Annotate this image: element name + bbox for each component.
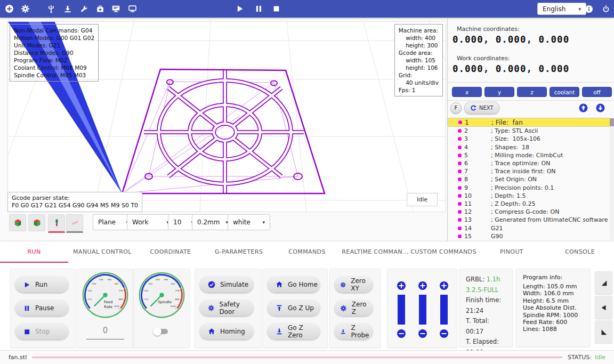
go-home-button[interactable]: Go Home xyxy=(268,277,320,293)
info-icon[interactable] xyxy=(584,4,594,14)
pause-icon[interactable] xyxy=(254,4,264,14)
line-bullet xyxy=(458,177,462,181)
scroll-down-button[interactable] xyxy=(596,103,605,112)
usb-connect-icon[interactable] xyxy=(46,4,56,14)
panel-collapse-button[interactable] xyxy=(595,320,612,343)
cube-icon xyxy=(13,219,22,228)
language-select[interactable]: English▾ xyxy=(537,3,586,15)
spindle-toggle[interactable] xyxy=(153,328,169,335)
loaded-file-name: fan.stl xyxy=(9,354,27,361)
progress-line xyxy=(32,357,562,358)
axis-x-button[interactable]: x xyxy=(452,87,482,97)
zero-z-button[interactable]: Zero Z xyxy=(335,300,373,316)
gcode-line[interactable]: 12; Compress G-code: ON xyxy=(448,208,614,216)
safety-door-button[interactable]: Safety Door xyxy=(200,300,253,316)
gcode-console-icon[interactable] xyxy=(111,4,121,14)
scrollbar-thumb[interactable] xyxy=(610,118,614,126)
minus-circle-icon[interactable] xyxy=(418,329,427,338)
coolant-button[interactable]: coolant xyxy=(550,87,579,97)
stop-icon[interactable] xyxy=(271,4,281,14)
simulate-button[interactable]: Simulate xyxy=(200,277,253,293)
tab-custom-commands[interactable]: CUSTOM COMMANDS xyxy=(409,241,478,263)
gcode-line[interactable]: 1; File: fan xyxy=(448,118,614,127)
machine-area-overlay: Machine area: width: 400 height: 300 Gco… xyxy=(394,24,443,96)
slider-bar[interactable] xyxy=(398,295,405,325)
plus-circle-icon[interactable] xyxy=(418,281,427,290)
gcode-line[interactable]: 3; Size: 105x-106 xyxy=(448,135,614,143)
tab-pinout[interactable]: PINOUT xyxy=(478,241,546,263)
gcode-3d-viewer[interactable]: Non-Modal Commands: G04 Motion Modes: G0… xyxy=(7,21,446,212)
off-button[interactable]: off xyxy=(582,87,612,97)
gcode-line[interactable]: 11; Z Depth: 0.25 xyxy=(448,200,614,208)
gcode-line[interactable]: 14G21 xyxy=(448,224,614,232)
tab-coordinate[interactable]: COORDINATE xyxy=(136,241,205,263)
display-icon[interactable] xyxy=(127,4,138,14)
settings-gear-icon[interactable] xyxy=(20,4,30,14)
gcode-line[interactable]: 4; Shapes: 18 xyxy=(448,143,614,151)
scroll-up-button[interactable] xyxy=(579,103,588,112)
slider-bar[interactable] xyxy=(440,295,448,325)
minus-circle-icon[interactable] xyxy=(397,329,406,338)
add-icon[interactable] xyxy=(4,4,14,14)
bg-color-select[interactable]: white▾ xyxy=(228,214,270,230)
gcode-line[interactable]: 5; Milling mode: ClimbCut xyxy=(448,151,614,159)
axis-z-button[interactable]: z xyxy=(517,87,547,97)
gcode-line[interactable]: 8; Set Origin: ON xyxy=(448,175,614,183)
gcode-line[interactable]: 15G90 xyxy=(448,232,614,240)
tab-manual-control[interactable]: MANUAL CONTROL xyxy=(68,241,136,263)
coords-select[interactable]: Work▾ xyxy=(127,214,174,230)
work-coords-value: 0.000, 0.000, 0.000 xyxy=(453,63,569,74)
axis-y-button[interactable]: y xyxy=(484,87,514,97)
tab-realtime-comman[interactable]: REALTIME COMMAN... xyxy=(341,241,409,263)
f-button[interactable]: F xyxy=(450,102,462,114)
svg-text:889: 889 xyxy=(175,298,180,301)
go-z-up-button[interactable]: Go Z Up xyxy=(268,300,320,316)
minus-circle-icon[interactable] xyxy=(439,329,449,338)
next-line-button[interactable]: NEXT xyxy=(464,102,499,114)
language-select-value: English xyxy=(543,5,565,13)
feed-override-value[interactable]: 0 xyxy=(78,326,133,335)
gcode-line[interactable]: 6; Trace optimize: ON xyxy=(448,159,614,167)
zero-xy-button[interactable]: Zero XY xyxy=(335,277,373,293)
tab-commands[interactable]: COMMANDS xyxy=(273,241,341,263)
plus-circle-icon[interactable] xyxy=(397,281,406,290)
grbl-build: 3.2.5-FULL xyxy=(466,285,506,296)
scrollbar-track[interactable] xyxy=(610,118,614,240)
gcode-line[interactable]: 2; Type: STL Ascii xyxy=(448,127,614,135)
line-bullet xyxy=(458,153,462,157)
panel-left-button[interactable] xyxy=(595,296,612,319)
slider-bar[interactable] xyxy=(419,295,426,325)
play-icon[interactable] xyxy=(235,4,245,14)
stop-button[interactable]: Stop xyxy=(15,323,68,339)
pause-button[interactable]: Pause xyxy=(15,300,68,316)
power-icon[interactable] xyxy=(601,4,611,14)
load-file-icon[interactable] xyxy=(62,4,72,14)
arrow-up-bar-icon xyxy=(276,304,283,312)
z-probe-button[interactable]: Z Probe xyxy=(335,323,373,339)
tab-run[interactable]: RUN xyxy=(0,241,68,263)
tab-g-parameters[interactable]: G-PARAMETERS xyxy=(205,241,273,263)
gcode-line[interactable]: 10; Depth: 1.5 xyxy=(448,192,614,200)
gcode-line[interactable]: 9; Precision points: 0.1 xyxy=(448,184,614,192)
gcode-line[interactable]: 13; Generated from UltimateCNC software xyxy=(448,216,614,224)
svg-text:222: 222 xyxy=(88,289,92,292)
divider xyxy=(448,82,614,83)
program-info-card: Program info: Length: 105.0 mm Width: 10… xyxy=(516,269,591,347)
svg-text:222: 222 xyxy=(144,289,149,292)
gcode-line[interactable]: 7; Trace inside first: ON xyxy=(448,167,614,175)
homing-button[interactable]: Homing xyxy=(200,323,253,339)
go-z-zero-button[interactable]: Go Z Zero xyxy=(268,323,320,339)
svg-text:Spindle: Spindle xyxy=(158,300,172,304)
plus-circle-icon[interactable] xyxy=(439,281,449,290)
tools-wrench-icon[interactable] xyxy=(79,4,89,14)
status-value: Idle xyxy=(595,354,605,361)
show-tool-button[interactable] xyxy=(48,214,65,231)
view-top-button[interactable] xyxy=(28,214,45,231)
view-iso-button[interactable] xyxy=(9,214,26,231)
show-path-button[interactable] xyxy=(66,214,83,231)
machine-coords-value: 0.000, 0.000, 0.000 xyxy=(453,34,569,45)
panel-expand-button[interactable] xyxy=(595,271,612,294)
tab-console[interactable]: CONSOLE xyxy=(546,241,614,263)
run-button[interactable]: Run xyxy=(15,277,68,293)
toolbox-icon[interactable] xyxy=(95,4,105,14)
